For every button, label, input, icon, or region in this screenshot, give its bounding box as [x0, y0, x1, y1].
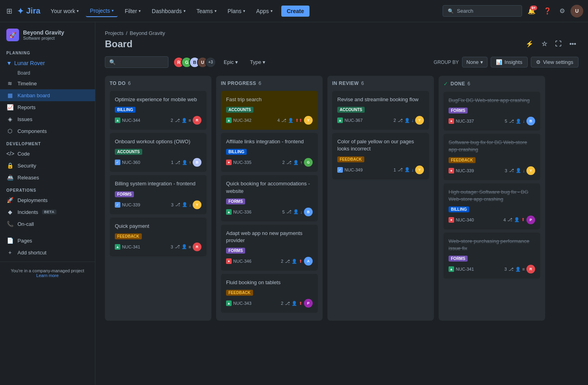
- epic-filter[interactable]: Epic ▾: [219, 57, 242, 67]
- avatar-more[interactable]: +3: [205, 57, 216, 68]
- breadcrumb-project[interactable]: Beyond Gravity: [130, 30, 165, 36]
- card-tag: ACCOUNTS: [226, 107, 253, 113]
- nav-projects[interactable]: Projects ▾: [86, 5, 118, 17]
- card-id: ✓ NUC-339: [115, 202, 140, 208]
- releases-icon: 🚢: [6, 174, 14, 181]
- column-count: 6: [468, 81, 470, 87]
- group-by-select[interactable]: None ▾: [462, 57, 487, 67]
- card[interactable]: Quick payment FEEDBACK ▲ NUC-341 3 ⎇ 👤 ≡…: [110, 218, 207, 256]
- oncall-label: On-call: [17, 221, 34, 227]
- people-icon: 👤: [292, 301, 297, 306]
- create-button[interactable]: Create: [281, 6, 310, 17]
- development-label: DEVELOPMENT: [0, 137, 95, 148]
- card-avatar: P: [304, 299, 313, 308]
- breadcrumb-projects[interactable]: Projects: [105, 30, 124, 36]
- card-id: ✓ NUC-349: [337, 167, 363, 173]
- reports-label: Reports: [17, 104, 36, 110]
- type-filter[interactable]: Type ▾: [246, 57, 270, 67]
- expand-icon[interactable]: ⛶: [553, 38, 564, 50]
- card[interactable]: Adapt web app no new payments provider F…: [221, 225, 318, 271]
- priority-icon: ↑: [189, 160, 191, 165]
- card-meta: ▲ NUC-341 3 ⎇ 👤 ≡ R: [449, 265, 535, 273]
- learn-more-link[interactable]: Learn more: [36, 273, 58, 278]
- sidebar-item-timeline[interactable]: ≋ Timeline: [0, 77, 95, 89]
- board-toolbar: 🔍 R G B U +3 Epic ▾ Type ▾ GROUP BY None…: [105, 56, 578, 68]
- page-title-row: Board ⚡ ☆ ⛶ •••: [105, 38, 578, 50]
- card-title: Fluid booking on tablets: [226, 279, 313, 286]
- star-icon[interactable]: ☆: [539, 38, 549, 50]
- card-meta: ● NUC-346 2 ⎇ 👤 ⬆ A: [226, 257, 313, 266]
- sidebar-item-incidents[interactable]: ◆ Incidents BETA: [0, 206, 95, 218]
- more-icon[interactable]: •••: [567, 38, 578, 50]
- sidebar-item-lunar-rover[interactable]: ▼ Lunar Rover: [0, 57, 95, 69]
- view-settings-button[interactable]: ⚙ View settings: [531, 57, 578, 67]
- card[interactable]: Web-store purchasing performance issue f…: [443, 233, 540, 279]
- card[interactable]: Revise and streamline booking flow ACCOU…: [332, 91, 429, 130]
- user-avatar[interactable]: U: [571, 5, 583, 17]
- card-tag: FORMS: [226, 248, 245, 254]
- chevron-down-icon: ▾: [184, 9, 186, 13]
- grid-icon[interactable]: ⊞: [5, 5, 14, 17]
- nav-dashboards[interactable]: Dashboards ▾: [148, 6, 190, 17]
- nav-filter[interactable]: Filter ▾: [121, 6, 145, 17]
- card[interactable]: Fluid booking on tablets FEEDBACK ▲ NUC-…: [221, 274, 318, 313]
- card[interactable]: Affiliate links integration - frontend B…: [221, 133, 318, 172]
- nav-your-work[interactable]: Your work ▾: [47, 6, 83, 17]
- card[interactable]: High outage: Software bug fix - BG Web-s…: [443, 183, 540, 229]
- sidebar-item-security[interactable]: 🔒 Security: [0, 160, 95, 171]
- insights-label: Insights: [505, 59, 522, 65]
- card[interactable]: Onboard workout options (OWO) ACCOUNTS ✓…: [110, 133, 207, 172]
- card[interactable]: Fast trip search ACCOUNTS ▲ NUC-342 4 ⎇ …: [221, 91, 318, 130]
- card-title: Color of pale yellow on our pages looks …: [337, 138, 424, 152]
- card[interactable]: Software bug fix for BG Web-store app cr…: [443, 134, 540, 180]
- sidebar-item-oncall[interactable]: 📞 On-call: [0, 218, 95, 230]
- story-icon: ▲: [449, 266, 454, 272]
- help-button[interactable]: ❓: [541, 5, 554, 17]
- sidebar-item-reports[interactable]: 📈 Reports: [0, 101, 95, 113]
- card-meta: ▲ NUC-336 5 ⎇ 👤 ↓ B: [226, 208, 313, 216]
- search-bar[interactable]: 🔍 Search: [443, 5, 522, 17]
- card-meta-icons: 4 ⎇ 👤 ⬆⬆ Y: [277, 116, 313, 125]
- card-num-value: 1: [393, 167, 396, 172]
- column-title: DONE: [451, 81, 465, 87]
- card-number: NUC-343: [233, 301, 251, 306]
- card[interactable]: Billing system integration - frontend FO…: [110, 175, 207, 214]
- sidebar-item-pages[interactable]: 📄 Pages: [0, 235, 95, 246]
- flash-icon[interactable]: ⚡: [523, 38, 536, 50]
- nav-teams[interactable]: Teams ▾: [193, 6, 220, 17]
- sidebar-item-components[interactable]: ⬡ Components: [0, 125, 95, 137]
- column-title: IN PROGRESS: [221, 81, 256, 86]
- sidebar-item-add-shortcut[interactable]: + Add shortcut: [0, 246, 95, 258]
- card[interactable]: Optimize experience for mobile web BILLI…: [110, 91, 207, 130]
- lunar-rover-label: Lunar Rover: [14, 60, 45, 66]
- branch-icon: ⎇: [285, 301, 290, 306]
- branch-icon: ⎇: [175, 160, 180, 165]
- sidebar-item-kanban[interactable]: ▦ Kanban board: [0, 89, 95, 101]
- notifications-button[interactable]: 🔔 9+: [525, 5, 538, 17]
- sidebar-item-deployments[interactable]: 🚀 Deployments: [0, 194, 95, 206]
- nav-apps[interactable]: Apps ▾: [252, 6, 277, 17]
- board-search[interactable]: 🔍: [105, 56, 168, 68]
- card-meta-icons: 3 ⎇ 👤 ↓ Y: [171, 200, 201, 209]
- board-search-input[interactable]: [118, 59, 164, 65]
- sidebar-item-releases[interactable]: 🚢 Releases: [0, 171, 95, 183]
- card-tag: FEEDBACK: [449, 157, 476, 163]
- card[interactable]: Color of pale yellow on our pages looks …: [332, 133, 429, 179]
- card[interactable]: BugFix BG Web-store app crashing FORMS ●…: [443, 92, 540, 131]
- column-in-progress: IN PROGRESS 6 Fast trip search ACCOUNTS …: [216, 76, 323, 321]
- card-num-value: 2: [170, 118, 173, 123]
- card-num-value: 4: [277, 118, 280, 123]
- nav-plans[interactable]: Plans ▾: [224, 6, 249, 17]
- settings-button[interactable]: ⚙: [557, 5, 567, 17]
- logo[interactable]: ✦ Jira: [17, 6, 41, 16]
- sidebar-item-code[interactable]: </> Code: [0, 148, 95, 160]
- card-meta: ▲ NUC-341 3 ⎇ 👤 ≡ R: [115, 243, 201, 251]
- priority-icon: ↓: [189, 202, 191, 207]
- insights-button[interactable]: 📊 Insights: [491, 57, 528, 67]
- card[interactable]: Quick booking for accommodations - websi…: [221, 175, 318, 221]
- card-title: Affiliate links integration - frontend: [226, 138, 313, 145]
- card-meta: ● NUC-340 4 ⎇ 👤 ⬆ P: [449, 216, 535, 224]
- sidebar-item-issues[interactable]: ◈ Issues: [0, 113, 95, 125]
- pages-label: Pages: [17, 238, 32, 244]
- card-title: Adapt web app no new payments provider: [226, 230, 313, 244]
